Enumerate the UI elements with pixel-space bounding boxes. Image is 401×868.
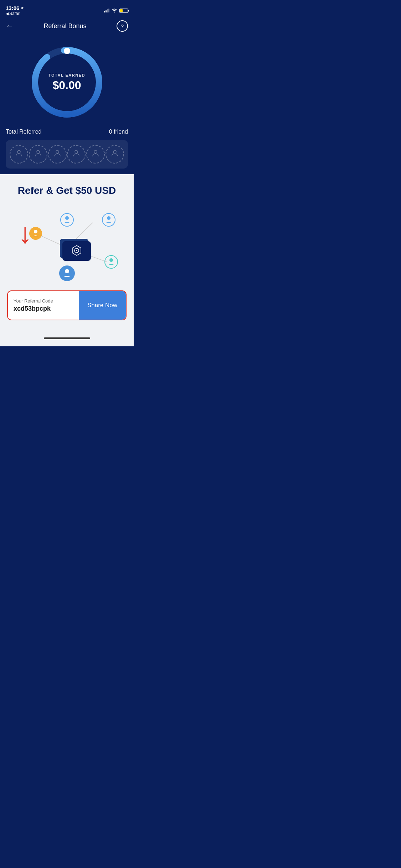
arrow-down-icon: ↓ (18, 219, 32, 248)
help-button[interactable]: ? (117, 20, 128, 32)
svg-point-4 (37, 150, 40, 153)
friend-avatar-4 (72, 149, 81, 160)
referred-row: Total Referred 0 friend (6, 129, 128, 135)
friend-avatar-1 (15, 149, 23, 160)
friend-slot-5 (86, 145, 105, 164)
referral-code-value: xcd53bpcpk (14, 305, 73, 312)
total-earned-label: TOTAL EARNED (48, 73, 85, 77)
svg-point-23 (76, 250, 77, 251)
browser-name: Safari (9, 11, 20, 16)
referral-code-box: Your Referral Code xcd53bpcpk Share Now (7, 290, 127, 320)
referral-code-left: Your Referral Code xcd53bpcpk (8, 293, 79, 317)
battery-icon (119, 9, 128, 13)
friend-slot-1 (10, 145, 28, 164)
total-earned-amount: $0.00 (48, 79, 85, 92)
svg-point-16 (65, 216, 69, 220)
ring-section: TOTAL EARNED $0.00 (0, 36, 134, 122)
referred-count: 0 friend (109, 129, 128, 135)
home-indicator-area (0, 335, 134, 346)
friend-slot-3 (48, 145, 67, 164)
friend-avatar-more (110, 149, 119, 160)
friend-slots-container (6, 140, 128, 169)
svg-point-5 (56, 150, 59, 153)
ring-center: TOTAL EARNED $0.00 (48, 73, 85, 92)
friend-slot-more (106, 145, 124, 164)
svg-point-27 (65, 269, 69, 273)
home-indicator-bar (44, 337, 90, 339)
svg-point-6 (75, 150, 78, 153)
svg-point-25 (109, 258, 113, 262)
friend-slot-4 (67, 145, 86, 164)
status-bar: 13:06 ➤ ◀ Safari (0, 0, 134, 17)
friend-slot-2 (29, 145, 47, 164)
svg-point-8 (113, 150, 116, 153)
svg-point-3 (17, 150, 20, 153)
back-button[interactable]: ← (6, 21, 14, 31)
page-title: Referral Bonus (43, 22, 86, 30)
signal-icon (104, 9, 109, 12)
share-now-button[interactable]: Share Now (79, 291, 126, 320)
location-icon: ➤ (21, 6, 24, 10)
network-graphic: ↓ (7, 205, 127, 283)
safari-label: ◀ Safari (6, 11, 24, 16)
promo-title: Refer & Get $50 USD (7, 185, 127, 196)
status-left: 13:06 ➤ ◀ Safari (6, 5, 24, 16)
time-display: 13:06 (6, 5, 19, 11)
nav-bar: ← Referral Bonus ? (0, 17, 134, 36)
friend-avatar-2 (34, 149, 42, 160)
promo-section: Refer & Get $50 USD ↓ (0, 174, 134, 335)
friend-avatar-5 (91, 149, 100, 160)
progress-ring: TOTAL EARNED $0.00 (28, 43, 106, 122)
referred-section: Total Referred 0 friend (0, 122, 134, 174)
referral-code-label: Your Referral Code (14, 298, 73, 304)
friend-avatar-3 (53, 149, 62, 160)
svg-point-7 (94, 150, 97, 153)
status-right (104, 8, 128, 14)
referred-label: Total Referred (6, 129, 42, 135)
svg-point-14 (34, 230, 37, 233)
status-time: 13:06 ➤ (6, 5, 24, 11)
svg-point-2 (64, 48, 70, 54)
svg-point-18 (107, 216, 110, 220)
wifi-icon (112, 8, 117, 14)
